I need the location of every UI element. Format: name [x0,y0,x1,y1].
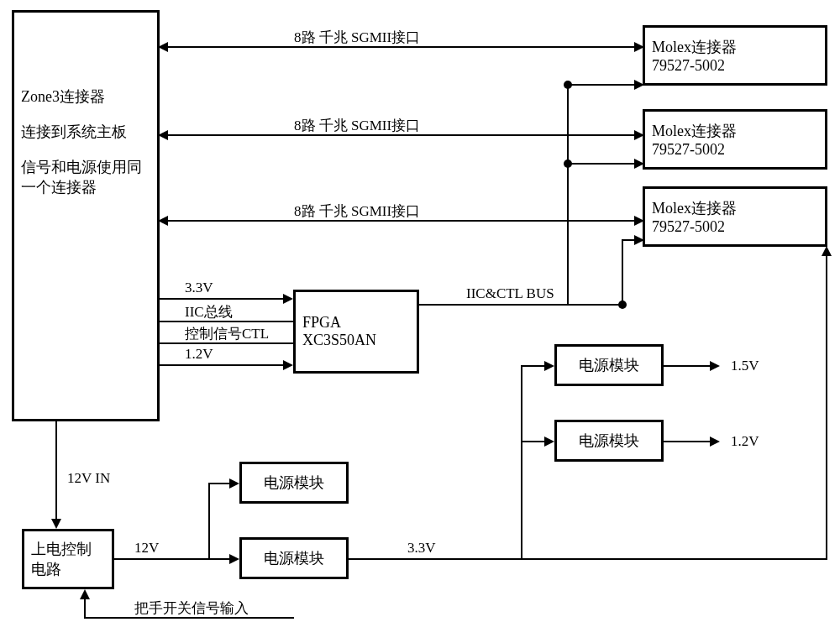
v33-out-label: 3.3V [407,540,436,557]
zone3-line1: Zone3连接器 [21,86,150,107]
v12-out-line [664,441,718,442]
zone3-line2: 连接到系统主板 [21,122,150,142]
molex-connector-3: Molex连接器 79527-5002 [643,186,827,247]
v33-up-to-molex [826,248,827,560]
molex3-line2: 79527-5002 [652,218,818,236]
v15-out-label: 1.5V [731,358,759,374]
bus-junction-2 [564,159,572,168]
power-module-4: 电源模块 [554,420,664,462]
bus-vertical [567,84,569,306]
power-ctrl-block: 上电控制电路 [22,529,114,589]
zone3-line3: 信号和电源使用同一个连接器 [21,157,150,197]
pm2-label: 电源模块 [264,548,324,568]
v12-label: 1.2V [185,346,213,363]
iic-ctl-bus-label: IIC&CTL BUS [466,285,554,302]
sgmii-label-2: 8路 千兆 SGMII接口 [294,116,420,135]
v33-branch-v [521,365,522,558]
v12-in-line [55,421,57,527]
molex2-line2: 79527-5002 [652,141,818,159]
zone3-connector-block: Zone3连接器 连接到系统主板 信号和电源使用同一个连接器 [12,10,160,421]
power-module-2: 电源模块 [239,537,349,579]
v12-dist-label: 12V [134,540,159,557]
v33-label: 3.3V [185,280,213,296]
molex-connector-1: Molex连接器 79527-5002 [643,25,827,86]
v12-in-label: 12V IN [67,470,110,487]
fpga-block: FPGA XC3S50AN [293,290,419,374]
sgmii-label-3: 8路 千兆 SGMII接口 [294,201,420,221]
molex3-line1: Molex连接器 [652,198,818,218]
fpga-line1: FPGA [302,314,410,332]
power-module-3: 电源模块 [554,344,664,386]
v33-out-line [349,558,827,560]
molex2-line1: Molex连接器 [652,121,818,141]
power-ctrl-label: 上电控制电路 [31,539,105,579]
v12-dist-v [208,483,210,560]
v12-out-label: 1.2V [731,433,759,450]
v12-to-pm2 [208,558,238,560]
power-module-1: 电源模块 [239,462,349,504]
v12-line [160,364,291,366]
bus-to-molex1 [567,84,643,86]
sgmii-label-1: 8路 千兆 SGMII接口 [294,28,420,47]
iic-ctl-bus-h [419,304,625,306]
v33-to-pm4 [521,441,553,442]
v12-dist-h [114,558,210,560]
bus-junction-3 [618,301,627,309]
pm4-label: 电源模块 [579,431,639,451]
v12-to-pm1 [208,483,238,484]
v33-to-pm3 [521,365,553,367]
molex1-line1: Molex连接器 [652,37,818,57]
v33-line [160,298,291,300]
v15-out-line [664,365,718,367]
iic-label: IIC总线 [185,302,233,322]
bus-junction-1 [564,81,572,89]
ctl-label: 控制信号CTL [185,324,269,343]
handle-switch-label: 把手开关信号输入 [134,599,249,618]
molex-connector-2: Molex连接器 79527-5002 [643,109,827,170]
pm1-label: 电源模块 [264,473,324,493]
bus-to-molex3 [622,239,643,241]
pm3-label: 电源模块 [579,355,639,375]
fpga-line2: XC3S50AN [302,332,410,349]
handle-switch-line-v [84,591,86,619]
bus-to-molex3-v [622,239,623,306]
molex1-line2: 79527-5002 [652,57,818,75]
bus-to-molex2 [567,163,643,165]
